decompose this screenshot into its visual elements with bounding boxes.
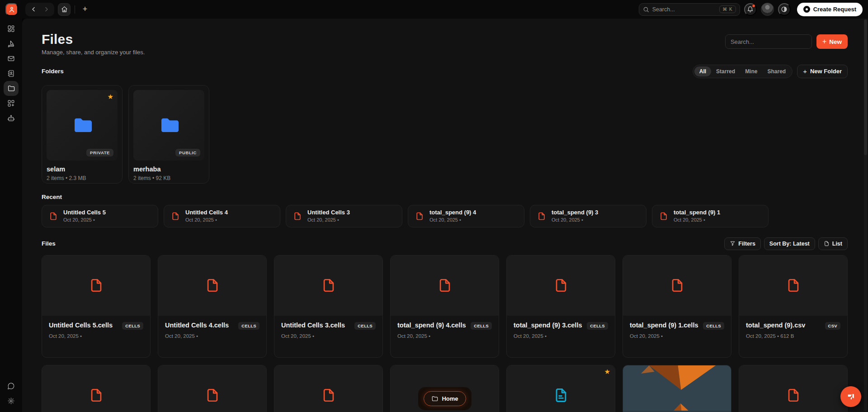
folder-name: selam xyxy=(47,166,118,173)
sidebar-item-dashboard[interactable] xyxy=(4,21,19,36)
files-search-input[interactable] xyxy=(731,38,807,45)
forward-button[interactable] xyxy=(40,4,52,15)
sidebar-item-apps[interactable] xyxy=(4,96,19,111)
file-icon xyxy=(786,388,801,403)
sort-button[interactable]: Sort By: Latest xyxy=(764,237,815,250)
theme-toggle-button[interactable] xyxy=(778,3,791,16)
sidebar-item-settings[interactable] xyxy=(4,393,19,408)
list-label: List xyxy=(832,241,842,247)
file-thumbnail xyxy=(274,365,382,412)
home-icon xyxy=(61,6,68,13)
file-type-badge: CELLS xyxy=(238,322,259,330)
contact-book-icon xyxy=(7,70,15,77)
filter-shared[interactable]: Shared xyxy=(762,66,791,76)
files-section-title: Files xyxy=(42,240,56,247)
home-tab-button[interactable] xyxy=(58,3,71,16)
scrollbar[interactable] xyxy=(864,19,867,411)
file-date: Oct 20, 2025 • xyxy=(49,333,143,339)
files-search[interactable] xyxy=(725,34,812,49)
brand-logo-icon xyxy=(846,392,856,402)
file-icon xyxy=(437,278,453,293)
folder-thumbnail: ★ PRIVATE xyxy=(47,90,118,161)
folder-card-merhaba[interactable]: PUBLIC merhaba 2 items • 92 KB xyxy=(128,85,209,184)
file-icon xyxy=(321,388,336,403)
file-card[interactable]: Untitled Cells 4.cellsCELLSOct 20, 2025 … xyxy=(158,255,267,358)
filter-all[interactable]: All xyxy=(694,66,711,76)
file-card[interactable]: total_spend (9) 1.cellsCELLSOct 20, 2025… xyxy=(623,255,731,358)
sidebar-item-contacts[interactable] xyxy=(4,66,19,81)
workspace-user-button[interactable] xyxy=(5,3,18,16)
file-text-cyan-icon xyxy=(553,388,569,403)
sidebar-item-ships[interactable] xyxy=(4,36,19,51)
filters-button[interactable]: Filters xyxy=(724,237,761,250)
file-card[interactable] xyxy=(158,365,267,412)
contrast-icon xyxy=(781,6,788,13)
file-date: Oct 20, 2025 • xyxy=(281,333,376,339)
file-card[interactable]: total_spend (9).csvCSVOct 20, 2025 • 612… xyxy=(739,255,848,358)
file-card[interactable]: total_spend (9) 4.cellsCELLSOct 20, 2025… xyxy=(390,255,499,358)
file-title: total_spend (9) 3.cells xyxy=(514,322,582,329)
file-card-home-target[interactable]: Home xyxy=(390,365,499,412)
sidebar-item-chat[interactable] xyxy=(4,379,19,393)
folder-meta: 2 items • 2.3 MB xyxy=(47,175,118,181)
main-panel: Files Manage, share, and organize your f… xyxy=(22,19,868,412)
new-folder-button[interactable]: + New Folder xyxy=(797,65,848,78)
file-icon xyxy=(786,278,801,293)
filter-starred[interactable]: Starred xyxy=(711,66,740,76)
recent-item[interactable]: Untitled Cells 3Oct 20, 2025 • xyxy=(286,205,402,227)
record-dot-icon xyxy=(803,6,810,13)
file-type-badge: CSV xyxy=(825,322,840,330)
recent-item-date: Oct 20, 2025 • xyxy=(307,217,350,223)
chat-bubble-icon xyxy=(7,382,15,390)
assistant-fab-button[interactable] xyxy=(840,386,861,407)
file-card[interactable] xyxy=(739,365,848,412)
list-view-button[interactable]: List xyxy=(818,237,848,250)
new-button[interactable]: + New xyxy=(816,34,848,49)
recent-item-title: Untitled Cells 3 xyxy=(307,209,350,216)
global-search[interactable]: ⌘ K xyxy=(639,3,740,16)
file-card-starred[interactable]: ★ xyxy=(506,365,615,412)
home-breadcrumb-button[interactable]: Home xyxy=(423,391,466,406)
recent-item[interactable]: Untitled Cells 5Oct 20, 2025 • xyxy=(42,205,158,227)
star-icon[interactable]: ★ xyxy=(604,368,610,375)
mail-icon xyxy=(7,55,15,62)
notifications-button[interactable] xyxy=(744,3,757,16)
folder-card-selam[interactable]: ★ PRIVATE selam 2 items • 2.3 MB xyxy=(42,85,123,184)
folder-name: merhaba xyxy=(133,166,204,173)
filter-mine[interactable]: Mine xyxy=(740,66,762,76)
recent-item[interactable]: Untitled Cells 4Oct 20, 2025 • xyxy=(164,205,280,227)
star-icon[interactable]: ★ xyxy=(108,93,113,100)
file-thumbnail xyxy=(42,365,150,412)
visibility-badge: PUBLIC xyxy=(175,149,200,156)
back-button[interactable] xyxy=(27,4,40,15)
file-card[interactable]: Untitled Cells 3.cellsCELLSOct 20, 2025 … xyxy=(274,255,383,358)
global-search-input[interactable] xyxy=(652,6,717,13)
file-card[interactable] xyxy=(274,365,383,412)
create-request-button[interactable]: Create Request xyxy=(797,3,863,16)
plus-icon: + xyxy=(83,5,88,14)
sidebar-item-mail[interactable] xyxy=(4,51,19,66)
recent-item[interactable]: total_spend (9) 3Oct 20, 2025 • xyxy=(530,205,646,227)
file-card[interactable] xyxy=(42,365,151,412)
file-card[interactable]: Untitled Cells 5.cellsCELLSOct 20, 2025 … xyxy=(42,255,151,358)
file-icon xyxy=(659,212,668,221)
file-type-badge: CELLS xyxy=(471,322,492,330)
recent-item[interactable]: total_spend (9) 4Oct 20, 2025 • xyxy=(408,205,524,227)
file-thumbnail xyxy=(739,365,847,412)
file-icon xyxy=(205,388,220,403)
new-tab-button[interactable]: + xyxy=(79,4,91,15)
file-icon xyxy=(670,278,685,293)
recent-item-date: Oct 20, 2025 • xyxy=(552,217,598,223)
file-type-badge: CELLS xyxy=(587,322,608,330)
home-drop-popover: Home xyxy=(418,387,471,410)
divider xyxy=(75,5,75,14)
sidebar-item-assistant[interactable] xyxy=(4,111,19,126)
recent-item[interactable]: total_spend (9) 1Oct 20, 2025 • xyxy=(652,205,769,227)
chevron-right-icon xyxy=(43,6,50,13)
sidebar-item-files[interactable] xyxy=(4,81,19,96)
user-avatar[interactable] xyxy=(761,3,774,16)
image-file-card[interactable] xyxy=(623,365,731,412)
file-card[interactable]: total_spend (9) 3.cellsCELLSOct 20, 2025… xyxy=(506,255,615,358)
file-title: Untitled Cells 3.cells xyxy=(281,322,345,329)
file-icon xyxy=(321,278,336,293)
